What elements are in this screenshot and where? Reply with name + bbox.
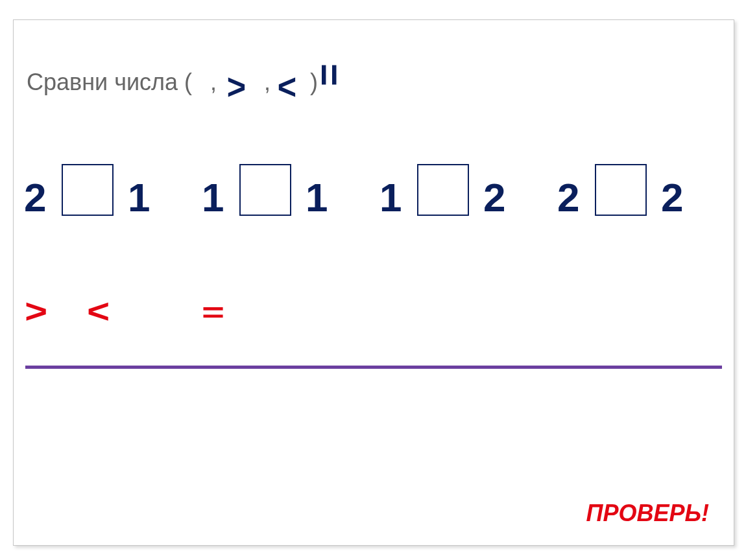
check-button[interactable]: ПРОВЕРЬ! <box>586 500 709 527</box>
number: 2 <box>483 174 505 220</box>
slide: Сравни числа ( , > , < ) = 2 1 1 1 1 2 2… <box>13 19 734 546</box>
divider <box>25 366 722 369</box>
number: 1 <box>202 174 224 220</box>
palette-less-than[interactable]: < <box>86 292 108 331</box>
greater-than-icon: > <box>226 65 245 108</box>
number: 2 <box>557 174 579 220</box>
less-than-icon: < <box>277 65 296 108</box>
number: 1 <box>379 174 402 220</box>
answer-box[interactable] <box>595 164 647 216</box>
number: 2 <box>24 174 46 220</box>
comma: , <box>210 69 217 96</box>
comma: , <box>264 69 271 96</box>
answer-box[interactable] <box>239 164 291 216</box>
title-text: Сравни числа ( <box>27 69 192 96</box>
equals-icon: = <box>307 64 352 86</box>
palette-equals[interactable]: = <box>202 297 224 328</box>
answer-box[interactable] <box>417 164 469 216</box>
answer-box[interactable] <box>62 164 114 216</box>
number: 1 <box>128 174 150 220</box>
number: 1 <box>306 174 328 220</box>
number: 2 <box>661 174 683 220</box>
palette-greater-than[interactable]: > <box>24 292 45 331</box>
